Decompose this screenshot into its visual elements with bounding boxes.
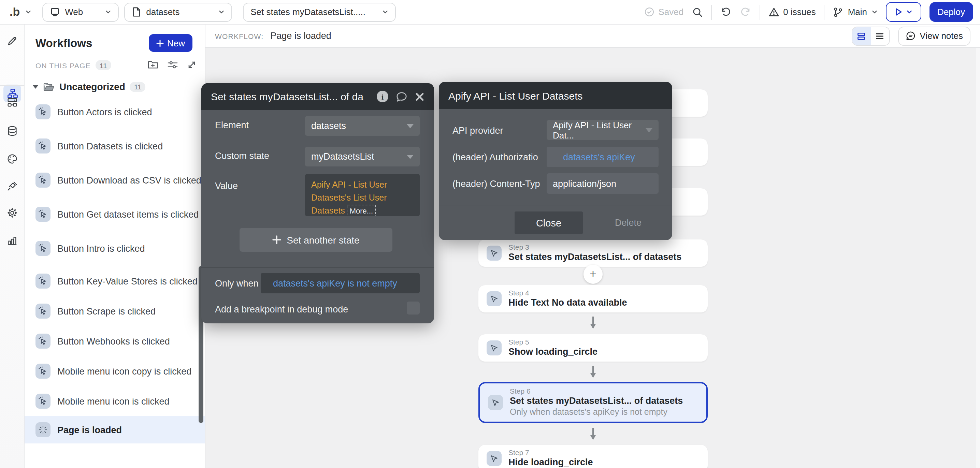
platform-selector-dropdown[interactable]: Web <box>42 2 119 22</box>
new-folder-button[interactable] <box>147 59 158 72</box>
chevron-down-icon <box>906 9 912 15</box>
step-card-7[interactable]: Step 7 Hide loading_circle <box>479 445 708 468</box>
expand-diagonal-icon <box>187 60 197 69</box>
custom-state-dropdown[interactable]: myDatasetsList <box>305 147 420 167</box>
content-type-label: (header) Content-Typ <box>452 179 542 189</box>
step-card-4[interactable]: Step 4 Hide Text No data available <box>479 285 708 313</box>
cursor-click-icon <box>35 333 51 349</box>
preview-button[interactable] <box>886 2 921 22</box>
save-status: Saved <box>644 7 684 17</box>
plus-icon <box>156 39 164 47</box>
workflow-item[interactable]: Button Download as CSV is clicked <box>35 172 201 188</box>
canvas-header: WORKFLOW: Page is loaded View notes <box>205 25 980 48</box>
workflow-item[interactable]: Mobile menu icon is clicked <box>35 393 170 409</box>
workflow-item[interactable]: Mobile menu icon copy is clicked <box>35 363 191 379</box>
chevron-down-icon <box>871 9 877 15</box>
workflow-item[interactable]: Button Datasets is clicked <box>35 138 163 154</box>
panel-title: Workflows <box>35 37 92 50</box>
auth-header-input[interactable]: datasets's apiKey <box>547 147 659 167</box>
styles-tab[interactable] <box>6 153 18 165</box>
delete-button[interactable]: Delete <box>615 217 641 228</box>
chevron-down-icon <box>218 9 224 15</box>
set-another-state-button[interactable]: Set another state <box>240 228 392 252</box>
info-icon[interactable]: i <box>377 91 388 102</box>
step-card-5[interactable]: Step 5 Show loading_circle <box>479 334 708 362</box>
data-tab[interactable] <box>6 125 18 137</box>
warning-triangle-icon <box>768 6 779 17</box>
expand-panel-button[interactable] <box>187 60 197 72</box>
step-title: Hide Text No data available <box>508 297 627 309</box>
folder-open-icon <box>43 82 55 91</box>
value-label: Value <box>215 181 238 191</box>
settings-tab[interactable] <box>6 207 18 219</box>
list-view-button[interactable] <box>870 27 889 45</box>
cursor-step-icon <box>487 246 501 260</box>
page-selector-value: datasets <box>146 7 180 17</box>
step-condition: Only when datasets's apiKey is not empty <box>510 407 683 418</box>
divider <box>439 205 672 205</box>
logs-tab[interactable] <box>6 234 18 246</box>
close-icon[interactable] <box>415 92 425 101</box>
workflow-item-selected[interactable]: Page is loaded <box>25 416 205 443</box>
logo-chevron-down-icon[interactable] <box>25 9 32 15</box>
branch-name: Main <box>848 7 867 17</box>
dropdown-caret-icon <box>646 128 652 132</box>
deploy-button[interactable]: Deploy <box>929 2 973 22</box>
folder-uncategorized[interactable]: Uncategorized 11 <box>33 81 146 92</box>
reusable-elements-icon <box>6 97 18 108</box>
canvas-scrollbar-track[interactable] <box>976 48 980 468</box>
chevron-down-icon <box>105 9 111 15</box>
bubble-logo[interactable]: .b <box>7 5 20 19</box>
step-number: Step 4 <box>508 289 627 297</box>
workflow-item[interactable]: Button Get dataset items is clicked <box>35 206 199 222</box>
comment-bubble-icon[interactable] <box>396 91 407 102</box>
content-type-input[interactable]: application/json <box>547 173 659 194</box>
palette-icon <box>6 153 18 165</box>
more-chip[interactable]: More... <box>347 204 376 216</box>
close-button[interactable]: Close <box>515 211 583 234</box>
on-this-page-count-badge: 11 <box>95 60 111 70</box>
workflow-item[interactable]: Button Intro is clicked <box>35 240 145 257</box>
breakpoint-checkbox[interactable] <box>407 301 420 314</box>
redo-button[interactable] <box>740 6 751 18</box>
branch-selector[interactable]: Main <box>833 6 877 17</box>
bubble-editor: .b Web datasets Set states myDatasetsLis… <box>0 0 980 468</box>
page-load-spinner-icon <box>35 422 51 437</box>
card-view-button[interactable] <box>852 27 870 45</box>
chevron-down-icon <box>382 9 388 15</box>
workflow-item[interactable]: Button Key-Value Stores is clicked <box>35 273 197 289</box>
only-when-input[interactable]: datasets's apiKey is not empty <box>261 273 420 293</box>
new-workflow-button[interactable]: New <box>149 34 192 52</box>
reusables-tab[interactable] <box>6 97 18 108</box>
page-selector-dropdown[interactable]: datasets <box>124 2 232 22</box>
workflow-item[interactable]: Button Actors is clicked <box>35 104 152 120</box>
left-icon-rail <box>0 25 25 468</box>
design-tab[interactable] <box>6 35 18 47</box>
workflow-item[interactable]: Button Scrape is clicked <box>35 303 156 319</box>
element-selector-dropdown[interactable]: Set states myDatasetsList..... <box>243 2 396 22</box>
search-icon <box>692 6 703 17</box>
workflow-item[interactable]: Button Webhooks is clicked <box>35 333 170 349</box>
redo-icon <box>740 6 751 18</box>
plugins-tab[interactable] <box>6 181 18 192</box>
issues-button[interactable]: 0 issues <box>768 6 816 17</box>
step-card-6-selected[interactable]: Step 6 Set states myDatasetsList... of d… <box>479 382 708 423</box>
add-step-button[interactable]: + <box>584 265 603 284</box>
undo-button[interactable] <box>720 6 731 18</box>
api-provider-dropdown[interactable]: Apify API - List User Dat... <box>547 120 659 140</box>
element-selector-value: Set states myDatasetsList..... <box>250 7 366 17</box>
modal-title: Apify API - List User Datasets <box>449 90 663 101</box>
set-states-modal: Set states myDatasetsList... of da i Ele… <box>201 83 434 324</box>
value-expression-input[interactable]: Apify API - List User Datasets's List Us… <box>305 174 420 216</box>
set-states-modal-header[interactable]: Set states myDatasetsList... of da i <box>201 83 434 110</box>
element-dropdown[interactable]: datasets <box>305 116 420 136</box>
filter-button[interactable] <box>167 60 178 72</box>
api-modal-header[interactable]: Apify API - List User Datasets <box>439 82 672 109</box>
view-notes-button[interactable]: View notes <box>898 26 970 45</box>
bar-chart-icon <box>6 234 18 246</box>
step-card-3[interactable]: Step 3 Set states myDatasetsList... of d… <box>479 240 708 267</box>
search-button[interactable] <box>692 6 703 17</box>
flow-arrow-icon <box>588 365 598 379</box>
on-this-page-label: ON THIS PAGE <box>35 61 91 69</box>
cursor-click-icon <box>35 393 51 409</box>
